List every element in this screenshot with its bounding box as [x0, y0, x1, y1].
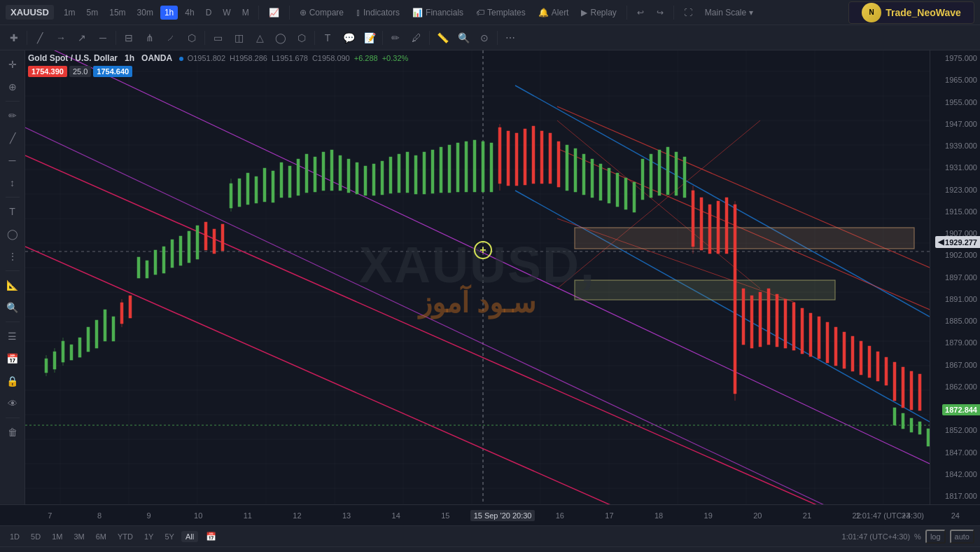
- date-range-btn[interactable]: 📅: [201, 530, 221, 544]
- tf-15m[interactable]: 15m: [105, 6, 130, 20]
- poly-tool[interactable]: ⬡: [292, 28, 312, 48]
- main-scale-btn[interactable]: Main Scale ▾: [700, 6, 758, 20]
- period-5y[interactable]: 5Y: [160, 531, 178, 542]
- tf-30m[interactable]: 30m: [133, 6, 158, 20]
- watchlist-sidebar-btn[interactable]: ☰: [3, 326, 22, 346]
- eye-sidebar-btn[interactable]: 👁: [3, 394, 22, 413]
- ray-tool[interactable]: →: [51, 28, 71, 48]
- log-btn[interactable]: log: [925, 530, 946, 544]
- svg-rect-128: [683, 157, 686, 198]
- replay-btn[interactable]: ▶ Replay: [576, 6, 621, 20]
- indicators-btn[interactable]: ⫿ Indicators: [351, 6, 405, 20]
- more-drawings[interactable]: ⋯: [500, 28, 520, 48]
- svg-rect-137: [742, 289, 745, 345]
- ruler-sidebar-btn[interactable]: 📐: [3, 275, 22, 295]
- trend-btn[interactable]: 📈: [264, 6, 284, 20]
- tf-1h[interactable]: 1h: [160, 6, 178, 20]
- highlighter-tool[interactable]: 🖊: [407, 28, 426, 48]
- ts5: [382, 31, 383, 45]
- fullscreen-btn[interactable]: ⛶: [679, 6, 697, 20]
- note-tool[interactable]: 📝: [360, 28, 379, 48]
- trash-sidebar-btn[interactable]: 🗑: [3, 422, 22, 442]
- parallel-tool[interactable]: ⊟: [119, 28, 139, 48]
- period-1y[interactable]: 1Y: [140, 531, 158, 542]
- fib-tool[interactable]: ⬡: [182, 28, 202, 48]
- line-tool[interactable]: ╱: [30, 28, 50, 48]
- tf-4h[interactable]: 4h: [181, 6, 198, 20]
- period-6m[interactable]: 6M: [92, 531, 111, 542]
- svg-rect-103: [482, 142, 484, 192]
- tf-1m[interactable]: 1m: [59, 6, 80, 20]
- financials-btn[interactable]: 📊 Financials: [407, 6, 468, 20]
- draw-sidebar-btn[interactable]: ✏: [3, 106, 22, 125]
- time-10: 10: [174, 511, 223, 520]
- price-1862: 1862.000: [930, 383, 980, 391]
- svg-rect-147: [826, 322, 829, 363]
- alert-btn[interactable]: 🔔 Alert: [533, 6, 574, 20]
- tf-w[interactable]: W: [218, 6, 234, 20]
- svg-rect-60: [154, 250, 157, 275]
- ss5: [6, 418, 20, 418]
- pitchfork-tool[interactable]: ⋔: [140, 28, 160, 48]
- zoom-sidebar-btn[interactable]: 🔍: [3, 298, 22, 317]
- ellipse-tool[interactable]: ◯: [271, 28, 290, 48]
- svg-rect-55: [95, 320, 98, 348]
- text-sidebar-btn[interactable]: T: [3, 202, 22, 221]
- svg-rect-126: [666, 147, 669, 195]
- price-1902: 1902.000: [930, 251, 980, 259]
- hline-sidebar-btn[interactable]: ─: [3, 151, 22, 170]
- period-3m[interactable]: 3M: [69, 531, 88, 542]
- callout-tool[interactable]: 💬: [339, 28, 358, 48]
- trendline-sidebar-btn[interactable]: ╱: [3, 128, 22, 148]
- ohlc-change: +6.288: [354, 54, 378, 62]
- svg-rect-109: [524, 129, 526, 185]
- text-tool[interactable]: T: [318, 28, 337, 48]
- shape-sidebar-btn[interactable]: ◯: [3, 224, 22, 244]
- svg-rect-160: [902, 413, 904, 429]
- period-all[interactable]: All: [181, 531, 198, 542]
- pattern-sidebar-btn[interactable]: ⋮: [3, 247, 22, 266]
- measure-tool[interactable]: 📏: [433, 28, 452, 48]
- svg-rect-141: [776, 294, 778, 347]
- magnet-tool[interactable]: ⊙: [475, 28, 494, 48]
- cursor-tool[interactable]: ✚: [4, 28, 24, 48]
- period-5d[interactable]: 5D: [27, 531, 45, 542]
- brush-tool[interactable]: ✏: [386, 28, 405, 48]
- svg-rect-143: [792, 303, 795, 350]
- svg-rect-157: [910, 371, 913, 410]
- auto-btn[interactable]: auto: [950, 530, 974, 544]
- fib-sidebar-btn[interactable]: ↕: [3, 173, 22, 193]
- compare-label: Compare: [309, 8, 344, 18]
- compare-btn[interactable]: ⊕ Compare: [295, 6, 349, 20]
- redo-btn[interactable]: ↪: [652, 6, 668, 20]
- undo-btn[interactable]: ↩: [632, 6, 649, 20]
- triangle-tool[interactable]: △: [250, 28, 270, 48]
- tf-5m[interactable]: 5m: [83, 6, 103, 20]
- price-1955: 1955.000: [930, 99, 980, 106]
- cursor-sidebar-btn[interactable]: ✛: [3, 55, 22, 74]
- templates-btn[interactable]: 🏷 Templates: [471, 6, 531, 20]
- symbol-badge[interactable]: XAUUSD: [6, 5, 54, 20]
- svg-rect-98: [440, 147, 442, 193]
- tf-m[interactable]: M: [238, 6, 253, 20]
- period-ytd[interactable]: YTD: [113, 531, 137, 542]
- tf-d[interactable]: D: [202, 6, 216, 20]
- gann-tool[interactable]: ⟋: [161, 28, 181, 48]
- rect-tool[interactable]: ▭: [208, 28, 227, 48]
- separator-3: [626, 6, 627, 20]
- svg-rect-111: [540, 131, 543, 184]
- rotated-rect-tool[interactable]: ◫: [229, 28, 248, 48]
- lock-sidebar-btn[interactable]: 🔒: [3, 371, 22, 391]
- hline-tool[interactable]: ─: [93, 28, 113, 48]
- ohlc-change-pct: +0.32%: [382, 54, 409, 62]
- chart-area[interactable]: Gold Spot / U.S. Dollar 1h OANDA O1951.8…: [25, 50, 930, 504]
- price-1915: 1915.000: [930, 208, 980, 216]
- period-1m[interactable]: 1M: [48, 531, 66, 542]
- period-1d[interactable]: 1D: [6, 531, 24, 542]
- calendar-sidebar-btn[interactable]: 📅: [3, 349, 22, 368]
- current-price-label: 1872.844: [942, 404, 980, 415]
- zoom-tool[interactable]: 🔍: [454, 28, 473, 48]
- arrow-tool[interactable]: ↗: [72, 28, 92, 48]
- crosshair-sidebar-btn[interactable]: ⊕: [3, 77, 22, 97]
- svg-rect-54: [87, 327, 90, 352]
